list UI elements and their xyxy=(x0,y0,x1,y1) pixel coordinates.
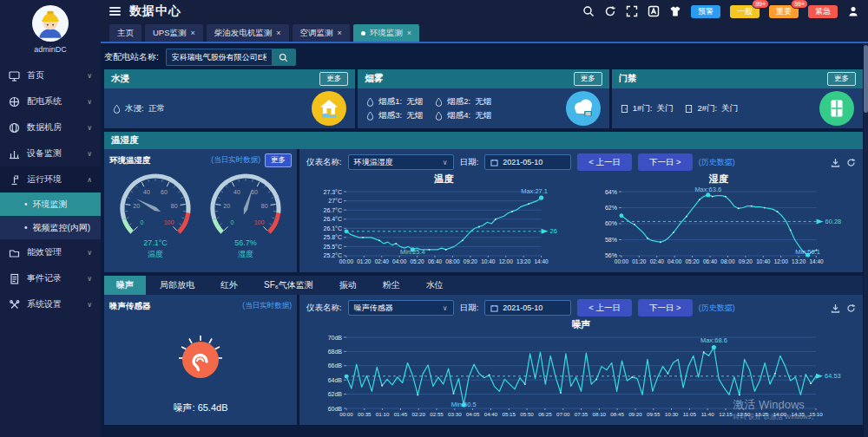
history-link[interactable]: (历史数据) xyxy=(699,157,735,168)
menu-toggle-icon[interactable] xyxy=(109,7,121,16)
alert-important-chip[interactable]: 重要99+ xyxy=(769,5,799,18)
smoke-more-button[interactable]: 更多 xyxy=(574,72,602,86)
close-icon[interactable]: × xyxy=(407,29,411,37)
sidebar-item-settings[interactable]: 系统设置 ∨ xyxy=(0,291,101,317)
tab-hvac[interactable]: 空调监测× xyxy=(293,24,350,42)
refresh-icon[interactable] xyxy=(846,303,856,313)
svg-text:60: 60 xyxy=(161,189,168,195)
alert-general-chip[interactable]: 一般99+ xyxy=(730,5,760,18)
next-day-button[interactable]: 下一日 > xyxy=(638,153,693,171)
status-value: 无烟 xyxy=(475,110,491,121)
station-search-input[interactable] xyxy=(166,49,272,66)
tab-diesel[interactable]: 柴油发电机监测× xyxy=(207,24,289,42)
tab-vibration[interactable]: 振动 xyxy=(327,276,369,295)
tab-dust[interactable]: 粉尘 xyxy=(371,276,412,295)
sidebar-subitem-env-monitoring[interactable]: • 环境监测 xyxy=(0,192,101,216)
tab-noise[interactable]: 噪声 xyxy=(104,276,146,295)
environment-icon xyxy=(9,174,20,186)
alert-urgent-chip[interactable]: 紧急 xyxy=(808,5,838,18)
user-icon[interactable] xyxy=(847,5,859,17)
sidebar-item-energy[interactable]: 能效管理 ∨ xyxy=(0,239,101,265)
tab-sf6-gas[interactable]: SF₆气体监测 xyxy=(252,276,326,295)
svg-text:0: 0 xyxy=(140,219,143,225)
water-more-button[interactable]: 更多 xyxy=(319,72,348,86)
meter-select[interactable]: 环境温湿度∨ xyxy=(348,154,454,170)
sidebar-subitem-video-monitoring[interactable]: • 视频监控(内网) xyxy=(0,216,101,239)
font-size-icon[interactable] xyxy=(648,5,660,17)
svg-text:12:00: 12:00 xyxy=(499,258,514,264)
sidebar-item-power-system[interactable]: 配电系统 ∨ xyxy=(0,88,101,114)
scrollbar-thumb[interactable] xyxy=(864,45,868,113)
close-icon[interactable]: × xyxy=(191,29,195,37)
sidebar-item-events[interactable]: 事件记录 ∨ xyxy=(0,265,101,291)
chart-title: 湿度 xyxy=(582,173,857,185)
avatar[interactable] xyxy=(32,5,69,42)
tab-label: 空调监测 xyxy=(300,28,333,39)
meter-label: 仪表名称: xyxy=(306,157,342,168)
svg-text:10:30: 10:30 xyxy=(665,411,679,417)
theme-shirt-icon[interactable] xyxy=(669,5,681,17)
sidebar-item-environment[interactable]: 运行环境 ∧ xyxy=(0,166,101,192)
close-icon[interactable]: × xyxy=(276,29,280,37)
refresh-icon[interactable] xyxy=(604,5,616,17)
close-icon[interactable]: × xyxy=(338,29,342,37)
chart-title: 噪声 xyxy=(306,318,856,330)
gauge-panel: 环境温湿度 (当日实时数据) 更多 02040608010027.1°C温度 0… xyxy=(104,149,297,272)
sidebar-item-data-room[interactable]: 数据机房 ∨ xyxy=(0,114,101,140)
tab-environment[interactable]: 环境监测× xyxy=(353,24,419,42)
svg-text:13:20: 13:20 xyxy=(792,258,806,264)
temperature-gauge: 02040608010027.1°C温度 xyxy=(110,168,201,265)
refresh-icon[interactable] xyxy=(846,158,856,167)
droplet-icon xyxy=(435,97,443,107)
status-label: 烟感4: xyxy=(447,110,470,121)
tab-water-level[interactable]: 水位 xyxy=(414,276,456,295)
status-value: 关门 xyxy=(656,103,673,114)
gauge-more-button[interactable]: 更多 xyxy=(265,153,292,167)
status-value: 正常 xyxy=(148,103,165,114)
date-label: 日期: xyxy=(460,303,479,314)
svg-text:04:40: 04:40 xyxy=(484,411,498,417)
sidebar-item-home[interactable]: 首页 ∨ xyxy=(0,62,101,88)
tab-partial-discharge[interactable]: 局部放电 xyxy=(148,276,207,295)
status-label: 1#门: xyxy=(633,103,653,114)
prev-day-button[interactable]: < 上一日 xyxy=(577,153,632,171)
smoke-panel: 烟雾更多 烟感1:无烟 烟感2:无烟 烟感3:无烟 烟感4:无烟 xyxy=(358,69,608,128)
sidebar-item-label: 数据机房 xyxy=(27,121,62,134)
tab-label: 主页 xyxy=(117,28,134,39)
chevron-down-icon: ∨ xyxy=(87,150,92,158)
download-icon[interactable] xyxy=(831,158,840,167)
history-link[interactable]: (历史数据) xyxy=(699,303,735,314)
search-icon[interactable] xyxy=(582,5,595,17)
svg-text:02:55: 02:55 xyxy=(430,411,444,417)
svg-text:20: 20 xyxy=(223,203,230,209)
door-more-button[interactable]: 更多 xyxy=(827,72,856,86)
svg-text:02:40: 02:40 xyxy=(649,258,664,264)
svg-text:02:20: 02:20 xyxy=(411,411,425,417)
tab-ups[interactable]: UPS监测× xyxy=(145,24,203,42)
svg-text:60.28: 60.28 xyxy=(825,218,841,225)
noise-reading-label: 噪声: xyxy=(174,402,195,413)
meter-select[interactable]: 噪声传感器∨ xyxy=(348,300,454,316)
next-day-button[interactable]: 下一日 > xyxy=(638,299,693,316)
bullet-icon: • xyxy=(24,199,28,209)
home-icon xyxy=(9,70,20,82)
fullscreen-icon[interactable] xyxy=(626,5,638,17)
section-header: 温湿度 xyxy=(104,132,863,149)
door-access-icon xyxy=(819,91,854,126)
sidebar-item-device-monitor[interactable]: 设备监测 ∨ xyxy=(0,140,101,166)
download-icon[interactable] xyxy=(831,303,840,313)
noise-line-chart: 60dB62dB64dB66dB68dB70dB00:0000:3501:100… xyxy=(306,330,856,421)
tab-label: UPS监测 xyxy=(153,28,187,39)
panel-title: 门禁 xyxy=(619,73,637,85)
user-profile: adminDC xyxy=(0,0,101,54)
prev-day-button[interactable]: < 上一日 xyxy=(577,299,632,316)
tab-strip: 主页 UPS监测× 柴油发电机监测× 空调监测× 环境监测× xyxy=(101,23,868,43)
svg-text:68dB: 68dB xyxy=(328,349,343,355)
station-search-button[interactable] xyxy=(272,49,296,66)
tab-infrared[interactable]: 红外 xyxy=(208,276,250,295)
date-picker[interactable]: 2021-05-10 xyxy=(484,154,571,170)
gauge-panel-title: 环境温湿度 xyxy=(109,155,151,166)
alert-warning-chip[interactable]: 预警 xyxy=(691,5,720,18)
date-picker[interactable]: 2021-05-10 xyxy=(484,300,571,316)
tab-home[interactable]: 主页 xyxy=(109,24,141,42)
